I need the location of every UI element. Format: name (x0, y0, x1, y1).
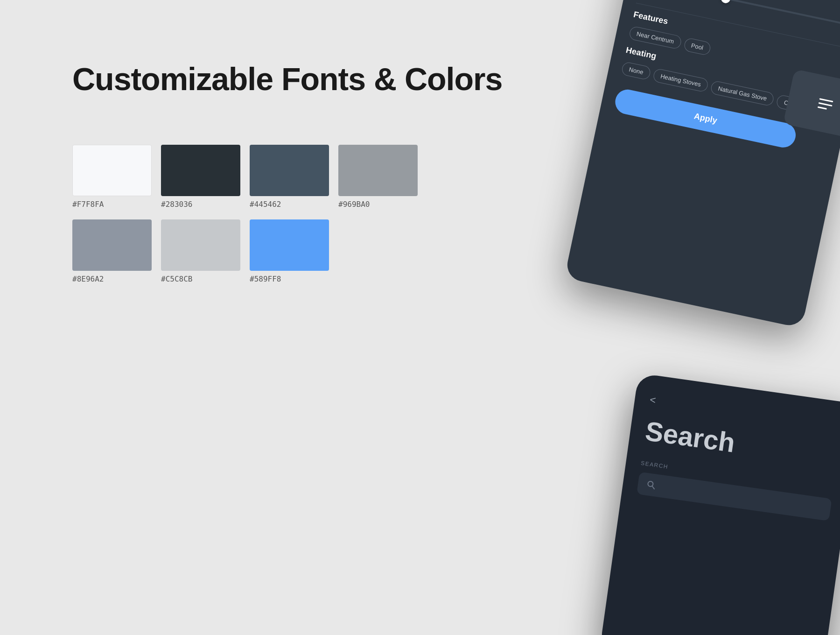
page-title: Customizable Fonts & Colors (72, 61, 502, 97)
color-swatch-wrapper-3: #445462 (250, 145, 329, 210)
color-swatch-wrapper-4: #969BA0 (338, 145, 418, 210)
color-label-1: #F7F8FA (72, 200, 152, 209)
color-label-7: #589FF8 (250, 275, 329, 283)
color-swatch-dark (250, 145, 329, 196)
heating-tag-none[interactable]: None (621, 61, 651, 80)
phone-mockup-filter: min. $ 240.000 m² min. 45 Features Near … (564, 0, 840, 328)
color-swatch-blue-gray (72, 219, 152, 271)
svg-line-1 (652, 487, 655, 489)
area-min-label: min. 45 (637, 0, 662, 1)
color-label-4: #969BA0 (338, 200, 418, 209)
phone-mockup-search: < Search SEARCH (600, 373, 840, 635)
color-swatch-wrapper-1: #F7F8FA (72, 145, 152, 210)
feature-tag-centrum[interactable]: Near Centrum (629, 26, 682, 50)
feature-tag-pool[interactable]: Pool (683, 37, 712, 56)
color-swatch-wrapper-2: #283036 (161, 145, 240, 210)
color-swatch-wrapper-6: #C5C8CB (161, 219, 240, 285)
color-swatch-light-gray (161, 219, 240, 271)
color-swatch-wrapper-5: #8E96A2 (72, 219, 152, 285)
color-label-2: #283036 (161, 200, 240, 209)
color-swatch-darkest (161, 145, 240, 196)
color-palette: #F7F8FA #283036 #445462 #969BA0 #8E96A2 … (72, 145, 418, 285)
color-swatch-blue (250, 219, 329, 271)
color-swatch-wrapper-7: #589FF8 (250, 219, 329, 285)
color-label-6: #C5C8CB (161, 275, 240, 283)
search-icon (645, 479, 658, 491)
heating-tag-stoves[interactable]: Heating Stoves (652, 68, 709, 93)
color-label-3: #445462 (250, 200, 329, 209)
color-swatch-medium-gray (338, 145, 418, 196)
hamburger-icon (818, 98, 833, 111)
color-label-5: #8E96A2 (72, 275, 152, 283)
color-swatch-white (72, 145, 152, 196)
